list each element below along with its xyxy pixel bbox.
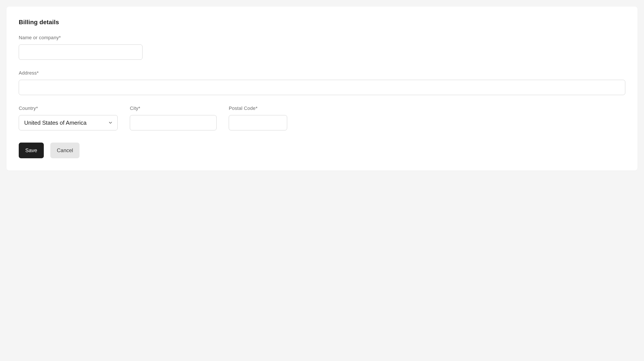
address-label: Address*	[19, 70, 625, 76]
location-row: Country* United States of America City* …	[19, 106, 625, 130]
postal-input[interactable]	[229, 115, 287, 130]
name-input[interactable]	[19, 45, 142, 60]
city-label: City*	[130, 106, 216, 111]
country-group: Country* United States of America	[19, 106, 118, 130]
country-select-wrapper: United States of America	[19, 115, 118, 130]
city-group: City*	[130, 106, 216, 130]
save-button[interactable]: Save	[19, 143, 44, 158]
country-select[interactable]: United States of America	[19, 115, 118, 130]
name-group: Name or company*	[19, 35, 625, 60]
city-input[interactable]	[130, 115, 216, 130]
address-group: Address*	[19, 70, 625, 95]
billing-details-card: Billing details Name or company* Address…	[6, 7, 638, 170]
name-label: Name or company*	[19, 35, 625, 41]
cancel-button[interactable]: Cancel	[50, 143, 80, 158]
postal-label: Postal Code*	[229, 106, 287, 111]
country-label: Country*	[19, 106, 118, 111]
postal-group: Postal Code*	[229, 106, 287, 130]
button-row: Save Cancel	[19, 143, 625, 158]
address-input[interactable]	[19, 80, 625, 95]
card-title: Billing details	[19, 19, 625, 26]
